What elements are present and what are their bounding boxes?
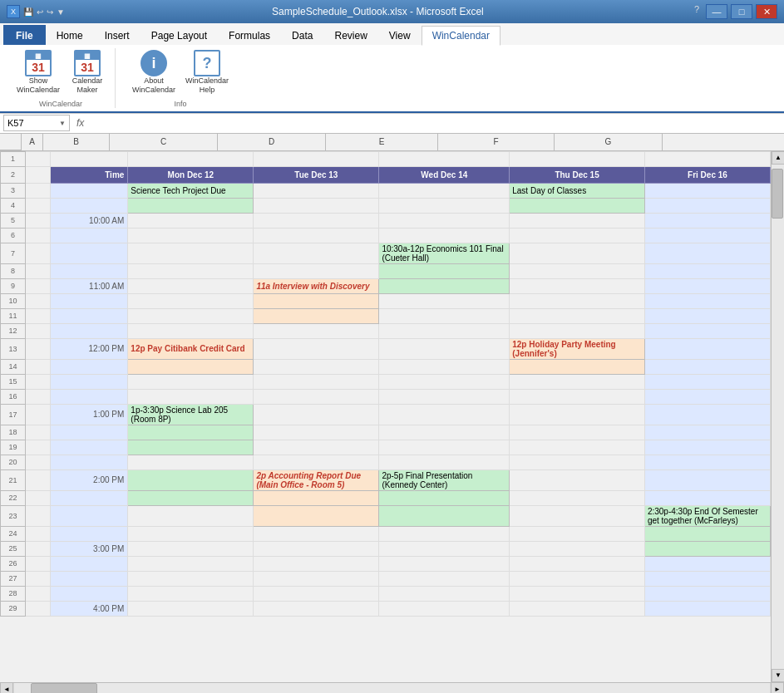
calendar-maker-label: CalendarMaker: [72, 76, 103, 95]
horizontal-scrollbar[interactable]: ◄ ►: [0, 682, 784, 693]
title-bar-controls: ? — □ ✕: [691, 4, 777, 19]
cell-b2-time-header: Time: [51, 166, 128, 183]
tab-file[interactable]: File: [3, 25, 46, 45]
row-num-13: 13: [1, 338, 26, 359]
tab-formulas[interactable]: Formulas: [218, 25, 281, 45]
ribbon-group-items-info: i AboutWinCalendar ? WinCalendarHelp: [129, 48, 232, 96]
table-row: 14: [1, 359, 771, 374]
row-num-19: 19: [1, 440, 26, 455]
col-header-e[interactable]: E: [326, 134, 438, 150]
h-scroll-track[interactable]: [14, 683, 770, 693]
tab-data[interactable]: Data: [281, 25, 323, 45]
table-row: 18: [1, 425, 771, 440]
formula-input[interactable]: [87, 115, 781, 131]
row-num-29: 29: [1, 601, 26, 616]
wincalendar-help-button[interactable]: ? WinCalendarHelp: [182, 48, 232, 96]
cell-f13-event[interactable]: 12p Holiday Party Meeting (Jennifer's): [510, 338, 645, 359]
col-header-g[interactable]: G: [555, 134, 663, 150]
table-row: 24: [1, 526, 771, 541]
col-header-d[interactable]: D: [218, 134, 326, 150]
col-header-f[interactable]: F: [438, 134, 555, 150]
cell-g23-event[interactable]: 2:30p-4:30p End Of Semester get together…: [644, 505, 770, 526]
tab-page-layout[interactable]: Page Layout: [141, 25, 218, 45]
quick-access-undo[interactable]: ↩: [37, 7, 43, 17]
info-group-label: Info: [175, 98, 187, 108]
table-row: 29 4:00 PM: [1, 601, 771, 616]
fx-label: fx: [76, 117, 84, 129]
row-num-4: 4: [1, 198, 26, 213]
cell-d9-event[interactable]: 11a Interview with Discovery: [254, 278, 379, 293]
tab-view[interactable]: View: [378, 25, 422, 45]
maximize-button[interactable]: □: [731, 4, 752, 19]
help-label: WinCalendarHelp: [185, 76, 229, 95]
tab-review[interactable]: Review: [323, 25, 377, 45]
cell-e7-event[interactable]: 10:30a-12p Economics 101 Final (Cueter H…: [379, 243, 510, 263]
about-wincalendar-button[interactable]: i AboutWinCalendar: [129, 48, 179, 96]
row-num-11: 11: [1, 308, 26, 323]
table-row: 6: [1, 228, 771, 243]
cell-g1[interactable]: [644, 151, 770, 166]
table-row: 28: [1, 586, 771, 601]
col-header-c[interactable]: C: [110, 134, 218, 150]
vertical-scrollbar[interactable]: ▲ ▼: [771, 151, 784, 682]
table-row: 22: [1, 490, 771, 505]
wincalendar-group-label: WinCalendar: [39, 98, 82, 108]
cell-c13-event[interactable]: 12p Pay Citibank Credit Card: [128, 338, 254, 359]
tab-insert[interactable]: Insert: [94, 25, 141, 45]
scroll-up-button[interactable]: ▲: [772, 151, 784, 165]
table-row: 23 2:30p-4:30p End Of Semester get toget…: [1, 505, 771, 526]
quick-access-save[interactable]: 💾: [23, 7, 33, 17]
cell-f3-event[interactable]: Last Day of Classes: [510, 183, 645, 198]
col-header-b[interactable]: B: [43, 134, 110, 150]
row-num-16: 16: [1, 389, 26, 404]
tab-wincalendar[interactable]: WinCalendar: [422, 26, 500, 46]
cell-b13-time: 12:00 PM: [51, 338, 128, 359]
table-row: 10: [1, 293, 771, 308]
ribbon-group-info: i AboutWinCalendar ? WinCalendarHelp Inf…: [122, 48, 239, 108]
calendar-maker-button[interactable]: ▦ 31 CalendarMaker: [67, 48, 108, 96]
cell-d21-event[interactable]: 2p Accounting Report Due (Main Office - …: [254, 469, 379, 490]
cell-c1[interactable]: [128, 151, 254, 166]
table-row: 11: [1, 308, 771, 323]
cell-a1[interactable]: [26, 151, 51, 166]
table-row: 16: [1, 389, 771, 404]
close-button[interactable]: ✕: [756, 4, 777, 19]
name-box[interactable]: K57 ▼: [3, 115, 70, 131]
minimize-button[interactable]: —: [706, 4, 727, 19]
quick-access-redo[interactable]: ↪: [47, 7, 53, 17]
cell-c2-mon: Mon Dec 12: [128, 166, 254, 183]
scroll-track[interactable]: [772, 165, 784, 669]
table-row: 25 3:00 PM: [1, 541, 771, 556]
table-row: 2 Time Mon Dec 12 Tue Dec 13 Wed Dec 14 …: [1, 166, 771, 183]
cell-f1[interactable]: [510, 151, 645, 166]
cell-a2[interactable]: [26, 166, 51, 183]
cell-c17-event[interactable]: 1p-3:30p Science Lab 205 (Room 8P): [128, 404, 254, 425]
corner-cell: [0, 134, 22, 150]
window-title: SampleSchedule_Outlook.xlsx - Microsoft …: [65, 6, 691, 17]
show-wincalendar-button[interactable]: ▦ 31 ShowWinCalendar: [13, 48, 63, 96]
quick-access-more[interactable]: ▼: [57, 7, 65, 17]
scroll-thumb[interactable]: [772, 169, 783, 219]
table-row: 9 11:00 AM 11a Interview with Discovery: [1, 278, 771, 293]
tab-home[interactable]: Home: [46, 25, 94, 45]
col-header-a[interactable]: A: [22, 134, 43, 150]
cell-g2-fri: Fri Dec 16: [644, 166, 770, 183]
title-bar: X 💾 ↩ ↪ ▼ SampleSchedule_Outlook.xlsx - …: [0, 0, 784, 23]
name-box-dropdown[interactable]: ▼: [59, 120, 66, 127]
ribbon-group-items-wc: ▦ 31 ShowWinCalendar ▦ 31 CalendarMaker: [13, 48, 108, 96]
cell-b25-time: 3:00 PM: [51, 541, 128, 556]
h-scroll-thumb[interactable]: [31, 683, 97, 693]
cell-e1[interactable]: [379, 151, 510, 166]
cell-e21-event[interactable]: 2p-5p Final Presentation (Kennedy Center…: [379, 469, 510, 490]
help-button[interactable]: ?: [691, 4, 703, 19]
formula-bar: K57 ▼ fx: [0, 114, 784, 134]
ribbon-group-wincalendar: ▦ 31 ShowWinCalendar ▦ 31 CalendarMaker …: [7, 48, 116, 108]
table-row: 13 12:00 PM 12p Pay Citibank Credit Card…: [1, 338, 771, 359]
cell-c3-event[interactable]: Science Tech Project Due: [128, 183, 254, 198]
cell-d1[interactable]: [254, 151, 379, 166]
scroll-down-button[interactable]: ▼: [772, 669, 784, 682]
scroll-left-button[interactable]: ◄: [0, 682, 13, 693]
table-row: 15: [1, 374, 771, 389]
scroll-right-button[interactable]: ►: [771, 682, 784, 693]
cell-b1[interactable]: [51, 151, 128, 166]
